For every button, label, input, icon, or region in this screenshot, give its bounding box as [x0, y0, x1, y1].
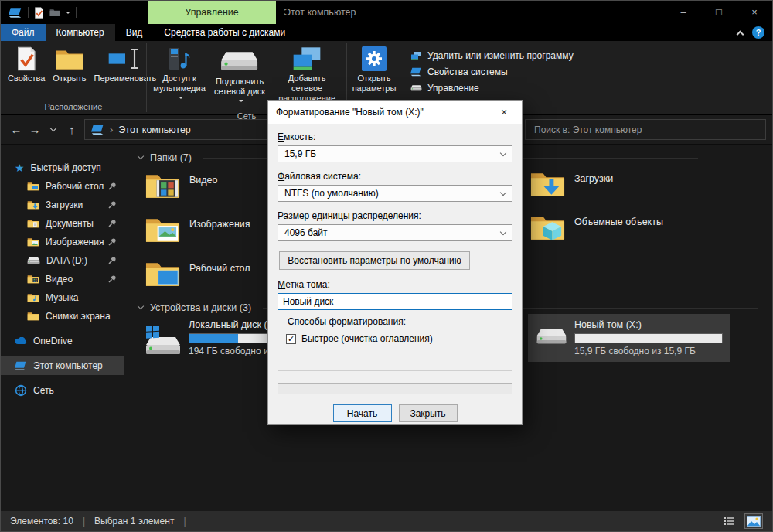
- quick-access-toolbar: [1, 7, 77, 19]
- folder-item-downloads[interactable]: Загрузки: [530, 168, 613, 199]
- breadcrumb-root[interactable]: Этот компьютер: [118, 124, 190, 135]
- ribbon-uninstall-program-button[interactable]: Удалить или изменить программу: [410, 50, 574, 61]
- dialog-close-button[interactable]: ×: [494, 106, 514, 118]
- pictures-folder-icon: [27, 237, 39, 247]
- sidebar-item-this-pc[interactable]: Этот компьютер: [1, 356, 124, 375]
- sidebar-item-label: Сеть: [33, 385, 54, 396]
- capacity-value: 15,9 ГБ: [284, 148, 501, 159]
- local-disk-icon: [145, 326, 182, 355]
- new-volume-icon: [536, 327, 567, 347]
- sidebar-item-label: Рабочий стол: [46, 181, 104, 192]
- close-button[interactable]: ×: [737, 1, 772, 24]
- capacity-select[interactable]: 15,9 ГБ: [278, 145, 512, 162]
- tab-file[interactable]: Файл: [1, 24, 46, 41]
- folder-item-desktop[interactable]: Рабочий стол: [145, 257, 250, 288]
- folder-item-label: Объемные объекты: [574, 217, 663, 242]
- start-button[interactable]: Начать: [333, 404, 392, 422]
- ribbon-system-properties-button[interactable]: Свойства системы: [410, 66, 574, 77]
- sidebar-item-label: OneDrive: [33, 336, 73, 346]
- sidebar-item-pictures[interactable]: Изображения: [1, 233, 124, 251]
- sidebar-item-screenshots[interactable]: Снимки экрана: [1, 307, 124, 326]
- collapse-ribbon-icon[interactable]: [737, 30, 744, 38]
- restore-defaults-button[interactable]: Восстановить параметры по умолчанию: [279, 251, 470, 270]
- sidebar-item-downloads[interactable]: Загрузки: [1, 196, 124, 214]
- chevron-down-icon: [500, 189, 506, 195]
- forward-button[interactable]: →: [26, 121, 44, 139]
- checkbox-checked-icon[interactable]: ✓: [286, 334, 296, 344]
- sidebar-item-documents[interactable]: Документы: [1, 214, 124, 233]
- search-input[interactable]: [533, 124, 758, 136]
- drive-free-space: 15,9 ГБ свободно из 15,9 ГБ: [574, 346, 723, 356]
- help-icon[interactable]: ?: [752, 26, 764, 39]
- chevron-down-icon: [500, 149, 506, 155]
- folder-item-pictures[interactable]: Изображения: [145, 213, 250, 244]
- section-label: Устройства и диски (3): [150, 302, 251, 313]
- ribbon-properties-button[interactable]: Свойства: [4, 44, 49, 86]
- properties-quick-icon[interactable]: [34, 7, 44, 19]
- folder-item-label: Видео: [189, 175, 218, 200]
- ribbon-media-access-button[interactable]: Доступ к мультимедиа: [150, 44, 209, 106]
- sidebar-item-onedrive[interactable]: OneDrive: [1, 332, 124, 350]
- ribbon-open-button[interactable]: Открыть: [49, 44, 90, 86]
- manage-icon: [410, 84, 422, 92]
- folder-quick-icon[interactable]: [49, 8, 60, 17]
- qat-dropdown-icon[interactable]: [66, 12, 70, 16]
- details-view-button[interactable]: [720, 513, 738, 529]
- settings-gear-icon: [362, 46, 386, 71]
- folder-item-videos[interactable]: Видео: [145, 169, 218, 200]
- collapse-section-icon[interactable]: [138, 153, 144, 159]
- sidebar-item-videos[interactable]: Видео: [1, 270, 124, 288]
- separator: |: [83, 516, 85, 527]
- navigation-pane: ★ Быстрый доступ Рабочий стол Загрузки Д…: [1, 145, 124, 511]
- ribbon-button-label: Свойства: [8, 73, 45, 83]
- minimize-button[interactable]: –: [666, 1, 701, 24]
- sidebar-item-network[interactable]: Сеть: [1, 381, 124, 400]
- drive-item-x[interactable]: Новый том (X:) 15,9 ГБ свободно из 15,9 …: [528, 314, 730, 362]
- ribbon-group-location: Свойства Открыть Переименовать Расположе…: [1, 41, 146, 114]
- capacity-label: Емкость:: [278, 131, 512, 142]
- dialog-titlebar: Форматирование "Новый том (X:)" ×: [268, 101, 522, 124]
- window-title: Этот компьютер: [284, 1, 356, 24]
- quick-format-option[interactable]: ✓ Быстрое (очистка оглавления): [286, 333, 504, 344]
- allocation-select[interactable]: 4096 байт: [278, 224, 512, 241]
- quick-format-label: Быстрое (очистка оглавления): [301, 333, 433, 344]
- ribbon-link-label: Удалить или изменить программу: [427, 50, 574, 61]
- ribbon-manage-button[interactable]: Управление: [410, 83, 574, 94]
- system-icon: [410, 67, 422, 77]
- sidebar-item-quick-access[interactable]: ★ Быстрый доступ: [1, 159, 124, 177]
- sidebar-item-label: DATA (D:): [46, 255, 87, 266]
- pin-icon: [107, 275, 117, 284]
- sidebar-item-label: Этот компьютер: [33, 360, 103, 371]
- ribbon-map-drive-button[interactable]: Подключить сетевой диск: [209, 44, 271, 109]
- onedrive-cloud-icon: [15, 337, 27, 344]
- folder-item-3d-objects[interactable]: Объемные объекты: [530, 211, 663, 242]
- volume-label-input[interactable]: [278, 293, 512, 310]
- ribbon-tabs: Файл Компьютер Вид Средства работы с дис…: [1, 24, 772, 41]
- allocation-value: 4096 байт: [284, 227, 501, 238]
- collapse-section-icon[interactable]: [138, 303, 144, 309]
- recent-locations-button[interactable]: [44, 121, 63, 139]
- tab-disk-tools[interactable]: Средства работы с дисками: [153, 24, 296, 41]
- items-count: Элементов: 10: [10, 516, 73, 527]
- ribbon-open-settings-button[interactable]: Открыть параметры: [347, 44, 401, 96]
- tab-view[interactable]: Вид: [115, 24, 154, 41]
- tab-computer[interactable]: Компьютер: [46, 24, 115, 41]
- drive-icon: [27, 257, 40, 265]
- thumbnail-view-button[interactable]: [744, 513, 763, 529]
- up-button[interactable]: ↑: [63, 121, 81, 139]
- sidebar-item-data-drive[interactable]: DATA (D:): [1, 251, 124, 270]
- titlebar: Управление Этот компьютер – □ ×: [1, 1, 772, 24]
- close-dialog-button[interactable]: Закрыть: [399, 404, 458, 422]
- filesystem-select[interactable]: NTFS (по умолчанию): [278, 185, 512, 202]
- ribbon-add-network-location-button[interactable]: Добавить сетевое расположение: [271, 44, 343, 106]
- sidebar-item-label: Документы: [46, 218, 94, 229]
- contextual-tab-manage[interactable]: Управление: [148, 1, 276, 24]
- ribbon-link-label: Управление: [427, 83, 479, 94]
- sidebar-item-music[interactable]: Музыка: [1, 288, 124, 307]
- dropdown-caret-icon: [179, 97, 183, 101]
- network-globe-icon: [15, 384, 27, 397]
- maximize-button[interactable]: □: [701, 1, 737, 24]
- back-button[interactable]: ←: [7, 121, 26, 139]
- properties-icon: [16, 46, 37, 71]
- sidebar-item-desktop[interactable]: Рабочий стол: [1, 177, 124, 196]
